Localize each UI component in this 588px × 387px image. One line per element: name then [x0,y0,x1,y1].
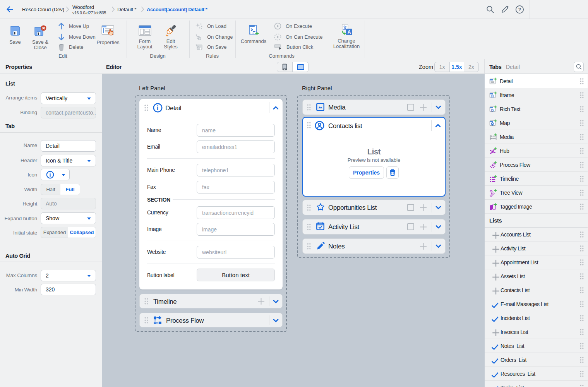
svg-text:?: ? [518,7,521,12]
svg-text:A: A [347,29,351,35]
svg-text:B: B [491,108,494,112]
